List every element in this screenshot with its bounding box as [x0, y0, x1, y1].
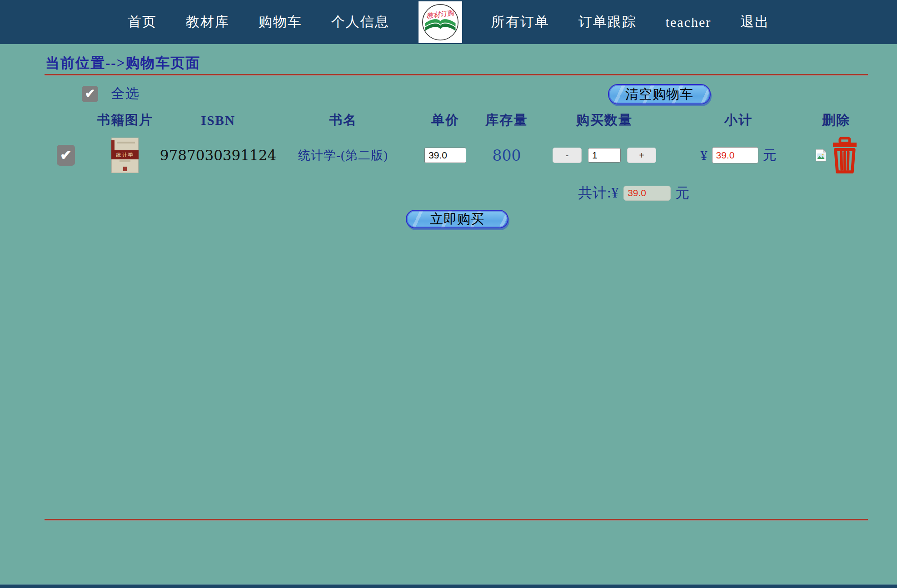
- header-isbn: ISBN: [164, 111, 273, 129]
- select-all-checkbox[interactable]: ✔: [82, 86, 98, 102]
- top-nav: 首页 教材库 购物车 个人信息 教材订购 所有订单 订单跟踪 teacher 退…: [0, 0, 897, 44]
- nav-item-logout[interactable]: 退出: [740, 13, 769, 31]
- broken-image-icon: [815, 149, 827, 162]
- nav-item-all-orders[interactable]: 所有订单: [491, 13, 549, 31]
- nav-item-cart[interactable]: 购物车: [259, 13, 302, 31]
- nav-item-library[interactable]: 教材库: [186, 13, 229, 31]
- cover-title-band: 统计学: [111, 150, 139, 159]
- logo-book-icon: 教材订购: [419, 2, 461, 42]
- site-logo[interactable]: 教材订购: [419, 1, 462, 43]
- cover-topline: [117, 142, 135, 143]
- title-cell: 统计学-(第二版): [273, 147, 414, 163]
- quantity-stepper: - +: [553, 148, 656, 163]
- cover-publisher-mark: [123, 167, 127, 171]
- delete-cell: [815, 136, 857, 174]
- cart-table-row: ✔ 统计学 9787030391124 统计学-(第二版) 800 - +: [45, 134, 868, 176]
- qty-decrease-button[interactable]: -: [553, 148, 582, 163]
- cart-table-header: 书籍图片 ISBN 书名 单价 库存量 购买数量 小计 删除: [45, 111, 868, 129]
- footer-bar: [0, 584, 897, 588]
- select-all-label: 全选: [111, 84, 140, 103]
- qty-increase-button[interactable]: +: [627, 148, 656, 163]
- total-label: 共计:¥: [578, 183, 619, 203]
- total-wrap: 共计:¥ 元: [578, 183, 689, 203]
- nav-item-order-tracking[interactable]: 订单跟踪: [578, 13, 637, 31]
- header-price: 单价: [414, 111, 477, 129]
- bottom-divider: [45, 519, 868, 520]
- buy-now-button[interactable]: 立即购买: [406, 210, 508, 228]
- stock-cell: 800: [477, 147, 536, 164]
- subtotal-group: ¥ 元: [701, 146, 777, 165]
- price-input[interactable]: [424, 148, 466, 163]
- header-book-image: 书籍图片: [86, 111, 164, 129]
- cover-subline: [120, 160, 130, 162]
- checkmark-icon: ✔: [60, 147, 72, 163]
- row-checkbox[interactable]: ✔: [57, 145, 75, 166]
- header-subtotal: 小计: [673, 111, 804, 129]
- header-title: 书名: [273, 111, 414, 129]
- qty-input[interactable]: [588, 148, 621, 163]
- book-cover-image: 统计学: [111, 138, 139, 173]
- clear-cart-button[interactable]: 清空购物车: [608, 84, 711, 104]
- checkmark-icon: ✔: [85, 86, 95, 101]
- currency-symbol: ¥: [701, 148, 708, 163]
- top-divider: [45, 74, 868, 75]
- isbn-cell: 9787030391124: [164, 147, 273, 163]
- header-quantity: 购买数量: [536, 111, 673, 129]
- shopping-cart-page: 首页 教材库 购物车 个人信息 教材订购 所有订单 订单跟踪 teacher 退…: [0, 0, 897, 588]
- nav-item-home[interactable]: 首页: [128, 13, 157, 31]
- select-all-wrap: ✔ 全选: [82, 84, 140, 103]
- header-delete: 删除: [804, 111, 868, 129]
- total-unit-label: 元: [675, 183, 689, 203]
- breadcrumb: 当前位置-->购物车页面: [45, 54, 200, 73]
- subtotal-input[interactable]: [712, 147, 758, 163]
- nav-item-profile[interactable]: 个人信息: [331, 13, 389, 31]
- total-input: [623, 186, 671, 201]
- nav-item-username[interactable]: teacher: [666, 15, 712, 30]
- unit-label: 元: [763, 146, 777, 165]
- trash-icon[interactable]: [832, 136, 857, 174]
- header-stock: 库存量: [477, 111, 536, 129]
